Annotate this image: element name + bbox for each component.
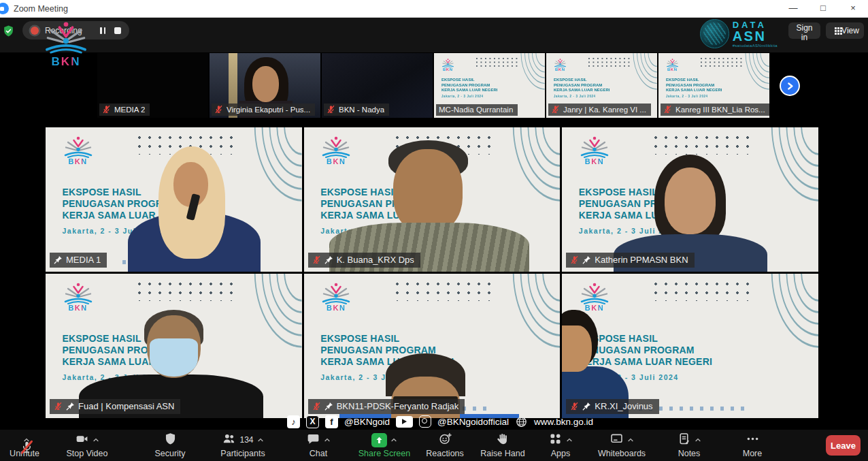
muted-mic-icon: [312, 402, 321, 411]
chevron-up-icon[interactable]: [695, 436, 701, 443]
pin-icon: [66, 402, 75, 411]
toolbar-button-reactions[interactable]: Reactions: [418, 432, 472, 460]
close-button[interactable]: ×: [838, 0, 868, 17]
background-date: Jakarta, 2 - 3 Juli 2024: [666, 95, 769, 98]
background-title: EKSPOSE HASIL PENUGASAN PROGRAM KERJA SA…: [554, 78, 657, 98]
toolbar-button-unmute[interactable]: Unmute: [1, 432, 48, 460]
participant-name: Fuad | Kompensasi ASN: [78, 401, 174, 411]
participant-name: Janry | Ka. Kanreg VI ...: [563, 106, 646, 114]
camera-icon: [75, 432, 89, 446]
video-tile[interactable]: BKN - Nadya: [322, 53, 433, 118]
pause-recording-button[interactable]: [100, 27, 105, 34]
video-tile[interactable]: BKN EKSPOSE HASIL PENUGASAN PROGRAM KERJ…: [658, 53, 769, 118]
bkn-mark-icon: [665, 59, 680, 67]
whiteboard-icon: [610, 432, 624, 446]
participant-video: [46, 127, 302, 272]
muted-mic-icon: [570, 402, 579, 411]
toolbar-button-label: Raise Hand: [475, 449, 530, 458]
minimize-button[interactable]: —: [778, 0, 808, 17]
muted-mic-icon: [551, 105, 560, 114]
toolbar-button-apps[interactable]: Apps: [533, 432, 588, 460]
video-tile[interactable]: BKN EKSPOSE HASIL PENUGASAN PROGRAM KERJ…: [562, 127, 818, 272]
video-tile[interactable]: BKN EKSPOSE HASIL PENUGASAN PROGRAM KERJ…: [46, 127, 302, 272]
participant-name: Katherin PPMASN BKN: [595, 255, 688, 265]
participant-name-label: BKN - Nadya: [324, 104, 389, 116]
youtube-icon: [396, 416, 413, 428]
website-url: www.bkn.go.id: [534, 417, 593, 427]
video-tile[interactable]: Virginia Ekaputri - Pus...: [210, 53, 320, 118]
meeting-toolbar: Unmute Stop Video Security 134 Participa…: [0, 430, 868, 461]
video-tile[interactable]: BKN EKSPOSE HASIL PENUGASAN PROGRAM KERJ…: [304, 127, 561, 272]
toolbar-button-notes[interactable]: Notes: [662, 432, 716, 460]
toolbar-button-raise-hand[interactable]: Raise Hand: [475, 432, 530, 460]
data-asn-word-data: DATA: [733, 20, 778, 29]
toolbar-button-whiteboards[interactable]: Whiteboards: [591, 432, 652, 460]
facebook-icon: f: [325, 415, 338, 428]
pin-icon: [324, 402, 333, 411]
participant-name: MEDIA 1: [66, 255, 101, 265]
encryption-shield-icon[interactable]: [2, 24, 15, 38]
muted-mic-icon: [663, 105, 672, 114]
participant-name: MC-Nadia Qurrantain: [439, 106, 513, 114]
chevron-up-icon[interactable]: [390, 436, 397, 443]
muted-mic-icon: [102, 105, 111, 114]
chevron-up-icon[interactable]: [324, 436, 331, 443]
toolbar-button-more[interactable]: More: [725, 432, 780, 460]
video-tile[interactable]: BKN EKSPOSE HASIL PENUGASAN PROGRAM KERJ…: [46, 274, 302, 418]
view-button[interactable]: View: [826, 22, 864, 39]
data-asn-logo: DATA ASN #satudataASNmilikkita: [700, 19, 778, 48]
video-tile[interactable]: BKN EKSPOSE HASIL PENUGASAN PROGRAM KERJ…: [304, 274, 561, 418]
toolbar-button-security[interactable]: Security: [143, 432, 197, 460]
muted-mic-icon: [327, 105, 335, 114]
shield-icon: [163, 432, 178, 446]
chat-icon: [306, 432, 320, 446]
participant-video: [46, 274, 302, 418]
social-handle: @BKNgoid: [344, 417, 390, 427]
participant-name: Virginia Ekaputri - Pus...: [227, 106, 310, 114]
video-tile[interactable]: MEDIA 2: [97, 53, 208, 118]
background-title: EKSPOSE HASIL PENUGASAN PROGRAM KERJA SA…: [666, 78, 769, 98]
muted-mic-icon: [214, 105, 223, 114]
participant-name: Kanreg III BKN_Lia Ros...: [675, 106, 765, 114]
bkn-logo-text: BKN: [665, 67, 680, 71]
chevron-up-icon[interactable]: [257, 436, 264, 443]
chevron-up-icon[interactable]: [627, 436, 634, 443]
toolbar-button-chat[interactable]: Chat: [291, 432, 346, 460]
bkn-mark-icon: [553, 59, 567, 67]
sign-in-button[interactable]: Sign in: [788, 22, 820, 39]
more-icon: [746, 432, 760, 446]
participant-name-label: K. Buana_KRX Dps: [308, 253, 420, 268]
bkn-logo: BKN: [41, 18, 91, 69]
chevron-up-icon[interactable]: [566, 436, 573, 443]
bkn-logo: BKN: [441, 59, 455, 71]
chevron-right-icon: [786, 82, 795, 91]
background-date: Jakarta, 2 - 3 Juli 2024: [441, 95, 545, 98]
tiktok-icon: ♪: [287, 415, 300, 428]
video-tile[interactable]: BKN EKSPOSE HASIL PENUGASAN PROGRAM KERJ…: [562, 274, 818, 418]
bkn-logo: BKN: [665, 59, 680, 71]
video-tile[interactable]: BKN EKSPOSE HASIL PENUGASAN PROGRAM KERJ…: [434, 53, 545, 118]
participant-name: K. Buana_KRX Dps: [337, 255, 414, 265]
filmstrip: MEDIA 2 Virginia Ekaputri - Pus... BKN -…: [97, 53, 769, 118]
toolbar-button-label: Notes: [662, 449, 716, 458]
pin-icon: [582, 402, 591, 411]
stop-recording-button[interactable]: [114, 27, 121, 34]
participant-name-label: KR.XI_Jovinus: [566, 399, 658, 414]
share-screen-icon: [371, 433, 387, 447]
bkn-mark-icon: [41, 18, 91, 57]
toolbar-button-participants[interactable]: 134 Participants: [213, 432, 273, 460]
background-title: EKSPOSE HASIL PENUGASAN PROGRAM KERJA SA…: [441, 78, 545, 98]
window-titlebar: Zoom Meeting — □ ×: [0, 0, 868, 18]
leave-button[interactable]: Leave: [826, 435, 861, 456]
data-asn-tagline: #satudataASNmilikkita: [733, 44, 778, 48]
toolbar-button-share-screen[interactable]: Share Screen: [352, 432, 416, 460]
reactions-icon: [438, 432, 452, 446]
next-page-button[interactable]: [780, 76, 800, 96]
toolbar-button-label: Security: [143, 449, 197, 458]
chevron-up-icon[interactable]: [93, 436, 99, 443]
video-tile[interactable]: BKN EKSPOSE HASIL PENUGASAN PROGRAM KERJ…: [546, 53, 657, 118]
toolbar-button-stop-video[interactable]: Stop Video: [60, 432, 114, 460]
maximize-button[interactable]: □: [808, 0, 838, 17]
participant-name-label: BKN11-PDSK-Feryanto Radjak: [308, 399, 465, 414]
data-asn-word-asn: ASN: [733, 29, 778, 44]
